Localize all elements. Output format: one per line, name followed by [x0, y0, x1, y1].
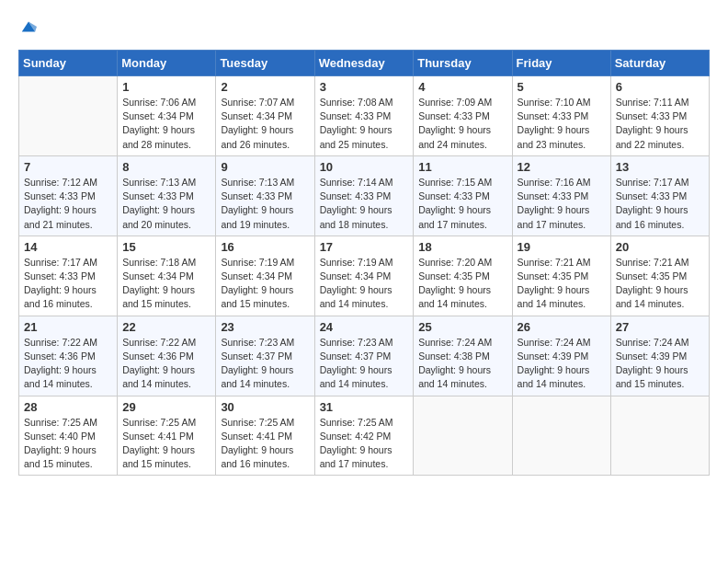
day-info-20: Sunrise: 7:21 AMSunset: 4:35 PMDaylight:…	[616, 256, 704, 312]
cell-0-6: 6Sunrise: 7:11 AMSunset: 4:33 PMDaylight…	[610, 76, 709, 156]
cell-3-4: 25Sunrise: 7:24 AMSunset: 4:38 PMDayligh…	[414, 316, 512, 396]
cell-2-5: 19Sunrise: 7:21 AMSunset: 4:35 PMDayligh…	[512, 236, 610, 316]
cell-3-1: 22Sunrise: 7:22 AMSunset: 4:36 PMDayligh…	[118, 316, 216, 396]
header-tuesday: Tuesday	[216, 51, 314, 76]
day-info-5: Sunrise: 7:10 AMSunset: 4:33 PMDaylight:…	[518, 96, 606, 152]
day-number-6: 6	[616, 80, 704, 94]
day-number-1: 1	[122, 80, 210, 94]
cell-4-3: 31Sunrise: 7:25 AMSunset: 4:42 PMDayligh…	[314, 396, 414, 476]
day-number-19: 19	[518, 240, 606, 254]
day-info-17: Sunrise: 7:19 AMSunset: 4:34 PMDaylight:…	[320, 256, 409, 312]
cell-3-5: 26Sunrise: 7:24 AMSunset: 4:39 PMDayligh…	[512, 316, 610, 396]
day-number-18: 18	[418, 240, 506, 254]
cell-3-2: 23Sunrise: 7:23 AMSunset: 4:37 PMDayligh…	[216, 316, 314, 396]
day-number-2: 2	[221, 80, 309, 94]
cell-1-2: 9Sunrise: 7:13 AMSunset: 4:33 PMDaylight…	[216, 155, 314, 236]
day-info-19: Sunrise: 7:21 AMSunset: 4:35 PMDaylight:…	[518, 256, 606, 312]
day-info-16: Sunrise: 7:19 AMSunset: 4:34 PMDaylight:…	[221, 256, 309, 312]
cell-4-2: 30Sunrise: 7:25 AMSunset: 4:41 PMDayligh…	[216, 396, 314, 476]
week-row-5: 28Sunrise: 7:25 AMSunset: 4:40 PMDayligh…	[19, 396, 710, 476]
day-number-15: 15	[122, 240, 210, 254]
cell-1-6: 13Sunrise: 7:17 AMSunset: 4:33 PMDayligh…	[610, 155, 709, 236]
calendar-table: Sunday Monday Tuesday Wednesday Thursday…	[18, 50, 710, 476]
week-row-4: 21Sunrise: 7:22 AMSunset: 4:36 PMDayligh…	[19, 316, 710, 396]
day-number-9: 9	[221, 160, 309, 174]
day-info-26: Sunrise: 7:24 AMSunset: 4:39 PMDaylight:…	[518, 336, 606, 392]
cell-2-2: 16Sunrise: 7:19 AMSunset: 4:34 PMDayligh…	[216, 236, 314, 316]
day-number-21: 21	[24, 320, 112, 334]
cell-1-3: 10Sunrise: 7:14 AMSunset: 4:33 PMDayligh…	[314, 155, 414, 236]
day-number-4: 4	[418, 80, 506, 94]
day-number-16: 16	[221, 240, 309, 254]
header-wednesday: Wednesday	[314, 51, 414, 76]
day-info-23: Sunrise: 7:23 AMSunset: 4:37 PMDaylight:…	[221, 336, 309, 392]
day-number-28: 28	[24, 400, 112, 414]
day-info-10: Sunrise: 7:14 AMSunset: 4:33 PMDaylight:…	[320, 176, 409, 232]
day-info-14: Sunrise: 7:17 AMSunset: 4:33 PMDaylight:…	[24, 256, 112, 312]
day-info-30: Sunrise: 7:25 AMSunset: 4:41 PMDaylight:…	[221, 416, 309, 472]
day-number-26: 26	[518, 320, 606, 334]
day-number-5: 5	[518, 80, 606, 94]
day-info-8: Sunrise: 7:13 AMSunset: 4:33 PMDaylight:…	[122, 176, 210, 232]
day-number-13: 13	[616, 160, 704, 174]
day-info-18: Sunrise: 7:20 AMSunset: 4:35 PMDaylight:…	[418, 256, 506, 312]
day-info-7: Sunrise: 7:12 AMSunset: 4:33 PMDaylight:…	[24, 176, 112, 232]
day-info-25: Sunrise: 7:24 AMSunset: 4:38 PMDaylight:…	[418, 336, 506, 392]
header-saturday: Saturday	[610, 51, 709, 76]
cell-0-3: 3Sunrise: 7:08 AMSunset: 4:33 PMDaylight…	[314, 76, 414, 156]
cell-2-0: 14Sunrise: 7:17 AMSunset: 4:33 PMDayligh…	[19, 236, 118, 316]
page-header	[18, 18, 710, 35]
day-number-30: 30	[221, 400, 309, 414]
logo-icon	[20, 18, 37, 35]
day-number-22: 22	[122, 320, 210, 334]
day-number-7: 7	[24, 160, 112, 174]
day-number-20: 20	[616, 240, 704, 254]
cell-4-1: 29Sunrise: 7:25 AMSunset: 4:41 PMDayligh…	[118, 396, 216, 476]
day-info-13: Sunrise: 7:17 AMSunset: 4:33 PMDaylight:…	[616, 176, 704, 232]
day-number-17: 17	[320, 240, 409, 254]
day-number-23: 23	[221, 320, 309, 334]
day-info-4: Sunrise: 7:09 AMSunset: 4:33 PMDaylight:…	[418, 96, 506, 152]
day-info-1: Sunrise: 7:06 AMSunset: 4:34 PMDaylight:…	[122, 96, 210, 152]
cell-1-1: 8Sunrise: 7:13 AMSunset: 4:33 PMDaylight…	[118, 155, 216, 236]
cell-1-0: 7Sunrise: 7:12 AMSunset: 4:33 PMDaylight…	[19, 155, 118, 236]
cell-2-4: 18Sunrise: 7:20 AMSunset: 4:35 PMDayligh…	[414, 236, 512, 316]
week-row-3: 14Sunrise: 7:17 AMSunset: 4:33 PMDayligh…	[19, 236, 710, 316]
cell-0-5: 5Sunrise: 7:10 AMSunset: 4:33 PMDaylight…	[512, 76, 610, 156]
day-info-28: Sunrise: 7:25 AMSunset: 4:40 PMDaylight:…	[24, 416, 112, 472]
cell-4-4	[414, 396, 512, 476]
day-info-31: Sunrise: 7:25 AMSunset: 4:42 PMDaylight:…	[320, 416, 409, 472]
day-number-25: 25	[418, 320, 506, 334]
day-number-3: 3	[320, 80, 409, 94]
day-info-3: Sunrise: 7:08 AMSunset: 4:33 PMDaylight:…	[320, 96, 409, 152]
header-sunday: Sunday	[19, 51, 118, 76]
cell-3-0: 21Sunrise: 7:22 AMSunset: 4:36 PMDayligh…	[19, 316, 118, 396]
header-thursday: Thursday	[414, 51, 512, 76]
header-monday: Monday	[118, 51, 216, 76]
day-info-9: Sunrise: 7:13 AMSunset: 4:33 PMDaylight:…	[221, 176, 309, 232]
cell-1-4: 11Sunrise: 7:15 AMSunset: 4:33 PMDayligh…	[414, 155, 512, 236]
day-number-12: 12	[518, 160, 606, 174]
day-info-11: Sunrise: 7:15 AMSunset: 4:33 PMDaylight:…	[418, 176, 506, 232]
cell-0-2: 2Sunrise: 7:07 AMSunset: 4:34 PMDaylight…	[216, 76, 314, 156]
day-info-22: Sunrise: 7:22 AMSunset: 4:36 PMDaylight:…	[122, 336, 210, 392]
week-row-2: 7Sunrise: 7:12 AMSunset: 4:33 PMDaylight…	[19, 155, 710, 236]
cell-2-1: 15Sunrise: 7:18 AMSunset: 4:34 PMDayligh…	[118, 236, 216, 316]
day-info-29: Sunrise: 7:25 AMSunset: 4:41 PMDaylight:…	[122, 416, 210, 472]
day-info-15: Sunrise: 7:18 AMSunset: 4:34 PMDaylight:…	[122, 256, 210, 312]
day-number-10: 10	[320, 160, 409, 174]
day-info-24: Sunrise: 7:23 AMSunset: 4:37 PMDaylight:…	[320, 336, 409, 392]
day-info-6: Sunrise: 7:11 AMSunset: 4:33 PMDaylight:…	[616, 96, 704, 152]
cell-4-0: 28Sunrise: 7:25 AMSunset: 4:40 PMDayligh…	[19, 396, 118, 476]
cell-3-3: 24Sunrise: 7:23 AMSunset: 4:37 PMDayligh…	[314, 316, 414, 396]
cell-2-3: 17Sunrise: 7:19 AMSunset: 4:34 PMDayligh…	[314, 236, 414, 316]
day-number-27: 27	[616, 320, 704, 334]
cell-0-0	[19, 76, 118, 156]
cell-0-1: 1Sunrise: 7:06 AMSunset: 4:34 PMDaylight…	[118, 76, 216, 156]
cell-2-6: 20Sunrise: 7:21 AMSunset: 4:35 PMDayligh…	[610, 236, 709, 316]
cell-4-6	[610, 396, 709, 476]
day-number-11: 11	[418, 160, 506, 174]
day-number-8: 8	[122, 160, 210, 174]
day-info-12: Sunrise: 7:16 AMSunset: 4:33 PMDaylight:…	[518, 176, 606, 232]
day-number-31: 31	[320, 400, 409, 414]
